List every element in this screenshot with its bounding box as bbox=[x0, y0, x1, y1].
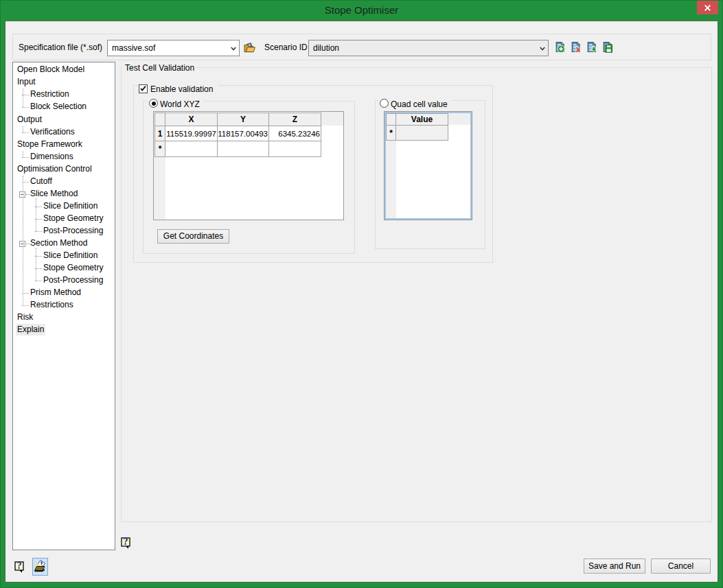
svg-text:?: ? bbox=[17, 561, 22, 571]
svg-text:?: ? bbox=[124, 537, 128, 547]
